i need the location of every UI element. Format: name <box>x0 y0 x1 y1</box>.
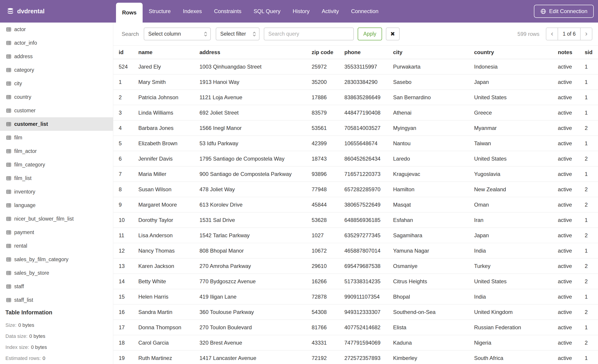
sidebar-item-category[interactable]: category <box>0 63 113 77</box>
table-cell[interactable]: 10 <box>113 212 138 228</box>
table-cell[interactable]: 1 <box>585 243 598 259</box>
previous-page-button[interactable]: ‹ <box>546 28 558 40</box>
table-cell[interactable]: active <box>558 304 585 320</box>
column-header-notes[interactable]: notes <box>558 46 585 59</box>
table-cell[interactable]: Donna Thompson <box>138 320 199 335</box>
table-cell[interactable]: Laredo <box>393 151 474 166</box>
sidebar-item-actor[interactable]: actor <box>0 23 113 36</box>
table-row[interactable]: 16Sandra Martin360 Toulouse Parkway54308… <box>113 304 598 320</box>
table-cell[interactable]: South Africa <box>474 350 558 364</box>
table-cell[interactable]: 54308 <box>312 304 344 320</box>
edit-connection-button[interactable]: Edit Connection <box>534 5 594 18</box>
table-cell[interactable]: Purwakarta <box>393 59 474 74</box>
table-cell[interactable]: 10655648674 <box>344 136 393 151</box>
table-cell[interactable]: Susan Wilson <box>138 182 199 197</box>
table-cell[interactable]: 2 <box>113 90 138 105</box>
table-cell[interactable]: 53628 <box>312 212 344 228</box>
column-header-city[interactable]: city <box>393 46 474 59</box>
sidebar-item-sales-by-store[interactable]: sales_by_store <box>0 266 113 280</box>
table-cell[interactable]: Lisa Anderson <box>138 228 199 243</box>
table-cell[interactable]: 380657522649 <box>344 197 393 212</box>
table-cell[interactable]: India <box>474 289 558 304</box>
table-cell[interactable]: 1 <box>585 105 598 121</box>
table-cell[interactable]: 635297277345 <box>344 228 393 243</box>
table-cell[interactable]: 657282285970 <box>344 182 393 197</box>
table-cell[interactable]: 1027 <box>312 228 344 243</box>
table-cell[interactable]: Turkey <box>474 259 558 274</box>
table-cell[interactable]: 35533115997 <box>344 59 393 74</box>
table-cell[interactable]: 990911107354 <box>344 289 393 304</box>
table-cell[interactable]: active <box>558 259 585 274</box>
table-cell[interactable]: Margaret Moore <box>138 197 199 212</box>
table-cell[interactable]: 72878 <box>312 289 344 304</box>
table-row[interactable]: 12Nancy Thomas808 Bhopal Manor1067246588… <box>113 243 598 259</box>
table-cell[interactable]: Nancy Thomas <box>138 243 199 259</box>
table-cell[interactable]: 1 <box>585 289 598 304</box>
column-header-country[interactable]: country <box>474 46 558 59</box>
table-cell[interactable]: Ruth Martinez <box>138 350 199 364</box>
table-cell[interactable]: 517338314235 <box>344 274 393 289</box>
table-cell[interactable]: 11 <box>113 228 138 243</box>
table-cell[interactable]: Yamuna Nagar <box>393 243 474 259</box>
table-cell[interactable]: Osmaniye <box>393 259 474 274</box>
table-cell[interactable]: 3 <box>113 105 138 121</box>
table-cell[interactable]: active <box>558 151 585 166</box>
table-cell[interactable]: 2 <box>585 121 598 136</box>
table-cell[interactable]: 808 Bhopal Manor <box>199 243 312 259</box>
table-cell[interactable]: 9 <box>113 197 138 212</box>
sidebar-item-language[interactable]: language <box>0 198 113 212</box>
table-cell[interactable]: 270 Amroha Parkway <box>199 259 312 274</box>
table-cell[interactable]: Taiwan <box>474 136 558 151</box>
table-cell[interactable]: 1121 Loja Avenue <box>199 90 312 105</box>
sidebar-item-sales-by-film-category[interactable]: sales_by_film_category <box>0 253 113 266</box>
table-cell[interactable]: active <box>558 59 585 74</box>
table-cell[interactable]: Barbara Jones <box>138 121 199 136</box>
table-cell[interactable]: 12 <box>113 243 138 259</box>
table-cell[interactable]: 25972 <box>312 59 344 74</box>
table-cell[interactable]: 900 Santiago de Compostela Parkway <box>199 166 312 182</box>
table-cell[interactable]: 692 Joliet Street <box>199 105 312 121</box>
table-cell[interactable]: New Zealand <box>474 182 558 197</box>
tab-sql-query[interactable]: SQL Query <box>248 0 287 23</box>
sidebar-item-address[interactable]: address <box>0 50 113 63</box>
table-cell[interactable]: 1 <box>585 136 598 151</box>
table-cell[interactable]: Jennifer Davis <box>138 151 199 166</box>
table-cell[interactable]: active <box>558 289 585 304</box>
table-cell[interactable]: Japan <box>474 228 558 243</box>
table-cell[interactable]: 949312333307 <box>344 304 393 320</box>
table-cell[interactable]: active <box>558 197 585 212</box>
column-header-name[interactable]: name <box>138 46 199 59</box>
table-cell[interactable]: 1542 Tarlac Parkway <box>199 228 312 243</box>
tab-activity[interactable]: Activity <box>316 0 345 23</box>
table-cell[interactable]: San Bernardino <box>393 90 474 105</box>
table-row[interactable]: 4Barbara Jones1566 Inegl Manor5356170581… <box>113 121 598 136</box>
table-cell[interactable]: 1 <box>585 212 598 228</box>
table-cell[interactable]: active <box>558 74 585 90</box>
table-cell[interactable]: 1795 Santiago de Compostela Way <box>199 151 312 166</box>
table-row[interactable]: 5Elizabeth Brown53 Idfu Parkway423991065… <box>113 136 598 151</box>
tab-connection[interactable]: Connection <box>345 0 384 23</box>
table-cell[interactable]: Elista <box>393 320 474 335</box>
table-cell[interactable]: United States <box>474 151 558 166</box>
table-cell[interactable]: 770 Bydgoszcz Avenue <box>199 274 312 289</box>
table-cell[interactable]: 53561 <box>312 121 344 136</box>
sidebar-item-inventory[interactable]: inventory <box>0 185 113 198</box>
sidebar-item-payment[interactable]: payment <box>0 226 113 239</box>
table-cell[interactable]: Linda Williams <box>138 105 199 121</box>
table-cell[interactable]: 448477190408 <box>344 105 393 121</box>
table-cell[interactable]: Greece <box>474 105 558 121</box>
table-cell[interactable]: 478 Joliet Way <box>199 182 312 197</box>
table-cell[interactable]: 716571220373 <box>344 166 393 182</box>
sidebar-item-staff-list[interactable]: staff_list <box>0 293 113 307</box>
table-cell[interactable]: 8 <box>113 182 138 197</box>
table-cell[interactable]: active <box>558 182 585 197</box>
filter-select[interactable]: Select filter <box>216 27 259 40</box>
table-cell[interactable]: 1 <box>113 74 138 90</box>
table-cell[interactable]: Sagamihara <box>393 228 474 243</box>
table-cell[interactable]: active <box>558 105 585 121</box>
table-cell[interactable]: 17 <box>113 320 138 335</box>
table-row[interactable]: 19Ruth Martinez1417 Lancaster Avenue7219… <box>113 350 598 364</box>
sidebar-item-film-list[interactable]: film_list <box>0 171 113 185</box>
table-cell[interactable]: 1003 Qinhuangdao Street <box>199 59 312 74</box>
table-cell[interactable]: 1417 Lancaster Avenue <box>199 350 312 364</box>
